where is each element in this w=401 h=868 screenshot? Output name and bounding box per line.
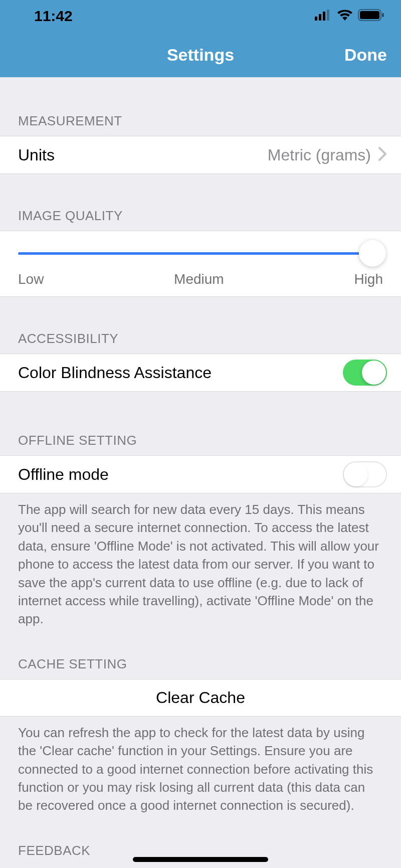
svg-rect-2 [323,12,325,21]
svg-rect-3 [327,10,329,21]
nav-bar: Settings Done [0,32,401,77]
svg-rect-6 [382,13,384,17]
slider-labels: Low Medium High [18,271,383,287]
slider-thumb[interactable] [359,240,386,267]
section-header-accessibility: ACCESSIBILITY [0,331,401,354]
offline-mode-label: Offline mode [18,465,343,484]
offline-mode-row: Offline mode [0,455,401,493]
status-bar: 11:42 [0,0,401,32]
status-time: 11:42 [34,8,73,25]
color-blindness-row: Color Blindness Assistance [0,354,401,392]
image-quality-slider[interactable] [18,243,383,263]
done-button[interactable]: Done [344,45,387,65]
status-icons [315,9,385,23]
cellular-icon [315,10,332,23]
battery-icon [358,9,385,23]
home-indicator[interactable] [133,857,268,862]
wifi-icon [337,10,353,23]
slider-track [18,252,383,255]
chevron-right-icon [378,146,387,163]
color-blindness-toggle[interactable] [343,360,387,386]
svg-rect-0 [315,17,317,21]
svg-rect-1 [319,14,321,21]
page-title: Settings [167,45,234,65]
clear-cache-label: Clear Cache [156,688,245,707]
svg-rect-5 [360,11,379,19]
offline-footer-text: The app will search for new data every 1… [0,493,401,628]
slider-label-medium: Medium [174,271,224,287]
section-header-cache: CACHE SETTING [0,656,401,679]
units-row[interactable]: Units Metric (grams) [0,136,401,174]
slider-label-low: Low [18,271,44,287]
units-label: Units [18,146,268,164]
toggle-knob [362,361,386,385]
units-value: Metric (grams) [268,146,371,164]
color-blindness-label: Color Blindness Assistance [18,364,343,382]
section-header-offline: OFFLINE SETTING [0,433,401,455]
slider-label-high: High [354,271,383,287]
image-quality-slider-row: Low Medium High [0,231,401,297]
offline-mode-toggle[interactable] [343,461,387,487]
section-header-image-quality: IMAGE QUALITY [0,208,401,231]
clear-cache-button[interactable]: Clear Cache [0,679,401,717]
toggle-knob [344,462,368,486]
section-header-measurement: MEASUREMENT [0,113,401,136]
cache-footer-text: You can refresh the app to check for the… [0,717,401,815]
